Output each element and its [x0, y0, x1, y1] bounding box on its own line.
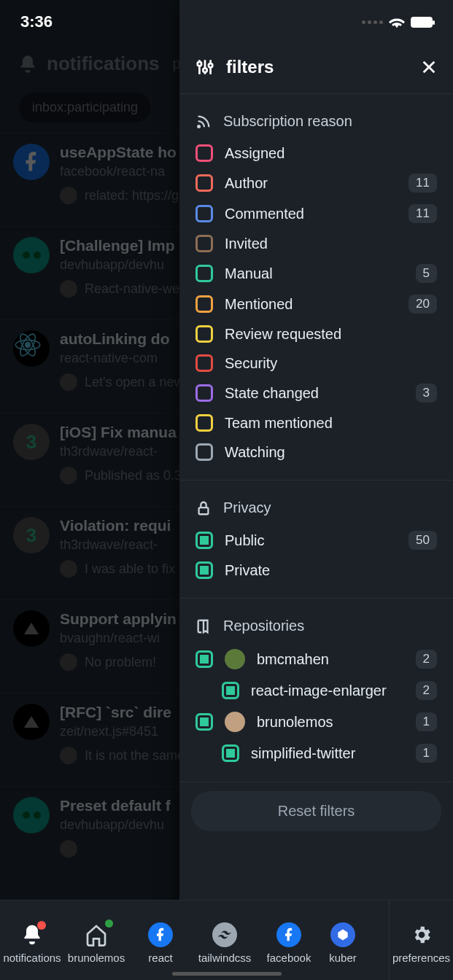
checkbox-checked[interactable]	[195, 532, 213, 549]
checkbox-checked[interactable]	[195, 713, 213, 731]
checkbox[interactable]	[195, 414, 213, 432]
lock-icon	[195, 500, 212, 516]
count-badge: 2	[416, 681, 437, 700]
filter-row[interactable]: Author 11	[179, 168, 453, 198]
facebook-icon	[148, 922, 173, 947]
tab-react[interactable]: react	[128, 901, 193, 980]
svg-rect-13	[199, 508, 209, 514]
svg-point-7	[198, 62, 201, 66]
filter-label: Invited	[225, 236, 437, 252]
svg-point-12	[198, 125, 200, 128]
comment-avatar	[60, 467, 77, 484]
filter-label: bmcmahen	[257, 651, 404, 668]
filter-row[interactable]: Public 50	[179, 525, 453, 556]
home-icon	[84, 922, 109, 947]
bell-icon	[20, 922, 44, 947]
drawer-content[interactable]: Subscription reason Assigned Author 11 C…	[179, 94, 453, 980]
comment-avatar	[60, 560, 77, 578]
filter-row[interactable]: Assigned	[179, 139, 453, 168]
filter-row[interactable]: brunolemos 1	[179, 706, 453, 738]
section-repositories: Repositories bmcmahen 2 react-image-enla…	[179, 599, 453, 782]
comment-avatar	[60, 747, 77, 764]
checkbox-checked[interactable]	[195, 650, 213, 668]
count-badge: 20	[409, 295, 437, 314]
tab-kuber[interactable]: kuber	[321, 901, 365, 980]
svg-point-9	[209, 63, 212, 67]
count-badge: 11	[409, 204, 437, 223]
comment-avatar	[60, 187, 77, 204]
checkbox[interactable]	[195, 235, 213, 252]
checkbox-checked[interactable]	[222, 682, 239, 699]
page-title: notifications	[47, 52, 160, 75]
filter-row[interactable]: Invited	[179, 229, 453, 258]
filter-row[interactable]: Private	[179, 556, 453, 585]
svg-point-0	[26, 343, 31, 348]
checkbox[interactable]	[195, 174, 213, 192]
tab-label: notifications	[3, 952, 61, 964]
filter-row[interactable]: State changed 3	[179, 378, 453, 408]
filter-row[interactable]: Review requested	[179, 319, 453, 349]
drawer-title: filters	[226, 57, 409, 77]
filter-row[interactable]: bmcmahen 2	[179, 643, 453, 675]
rss-icon	[195, 114, 212, 130]
status-bar: 3:36	[0, 0, 453, 44]
tab-brunolemos[interactable]: brunolemos	[64, 901, 128, 980]
checkbox[interactable]	[195, 443, 213, 461]
repo-avatar	[225, 712, 245, 732]
tab-preferences[interactable]: preferences	[389, 901, 453, 980]
checkbox[interactable]	[195, 265, 213, 282]
comment-avatar	[60, 840, 77, 858]
filter-label: Team mentioned	[225, 415, 437, 432]
checkbox-checked[interactable]	[222, 744, 239, 762]
tab-notifications[interactable]: notifications	[0, 901, 64, 980]
bell-icon	[18, 54, 38, 74]
filter-row[interactable]: Manual 5	[179, 258, 453, 289]
count-badge: 1	[416, 712, 437, 731]
reset-filters-button[interactable]: Reset filters	[191, 791, 441, 831]
filter-row[interactable]: Team mentioned	[179, 408, 453, 438]
filter-chip[interactable]: inbox:participating	[19, 93, 151, 122]
filter-row[interactable]: Mentioned 20	[179, 289, 453, 319]
count-badge: 50	[409, 531, 437, 550]
filter-row[interactable]: react-image-enlarger 2	[179, 675, 453, 706]
checkbox[interactable]	[195, 354, 213, 372]
checkbox[interactable]	[195, 325, 213, 343]
signal-icon	[362, 20, 383, 24]
filter-label: Commented	[225, 206, 397, 222]
tab-facebook[interactable]: facebook	[257, 901, 321, 980]
repo-icon	[195, 618, 212, 634]
sliders-icon	[195, 58, 214, 77]
filter-row[interactable]: simplified-twitter 1	[179, 738, 453, 769]
checkbox[interactable]	[195, 144, 213, 162]
checkbox-checked[interactable]	[195, 561, 213, 579]
section-label: Subscription reason	[223, 113, 352, 130]
comment-avatar	[60, 280, 77, 298]
filter-label: Mentioned	[225, 296, 397, 313]
svg-point-8	[203, 69, 206, 72]
status-time: 3:36	[20, 12, 53, 31]
notification-avatar: 3	[13, 517, 50, 553]
tab-tailwindcss[interactable]: tailwindcss	[193, 901, 257, 980]
checkbox[interactable]	[195, 295, 213, 313]
notification-avatar	[13, 144, 50, 180]
section-header-privacy: Privacy	[179, 491, 453, 525]
filter-label: Public	[225, 532, 397, 549]
close-button[interactable]	[421, 59, 437, 75]
wifi-icon	[389, 15, 405, 28]
notification-avatar	[13, 797, 50, 833]
tab-label: react	[148, 952, 172, 964]
checkbox[interactable]	[195, 205, 213, 222]
filter-row[interactable]: Watching	[179, 438, 453, 467]
filter-row[interactable]: Commented 11	[179, 198, 453, 229]
filters-drawer: filters Subscription reason Assigned Aut…	[179, 0, 453, 980]
filter-label: Manual	[225, 265, 404, 282]
close-icon	[421, 59, 437, 75]
repo-avatar	[225, 649, 245, 669]
checkbox[interactable]	[195, 384, 213, 402]
filter-row[interactable]: Security	[179, 349, 453, 378]
filter-label: Assigned	[225, 145, 437, 162]
section-subscription: Subscription reason Assigned Author 11 C…	[179, 94, 453, 481]
section-header-repositories: Repositories	[179, 609, 453, 643]
filter-label: Author	[225, 175, 397, 192]
notification-avatar: 3	[13, 424, 50, 460]
